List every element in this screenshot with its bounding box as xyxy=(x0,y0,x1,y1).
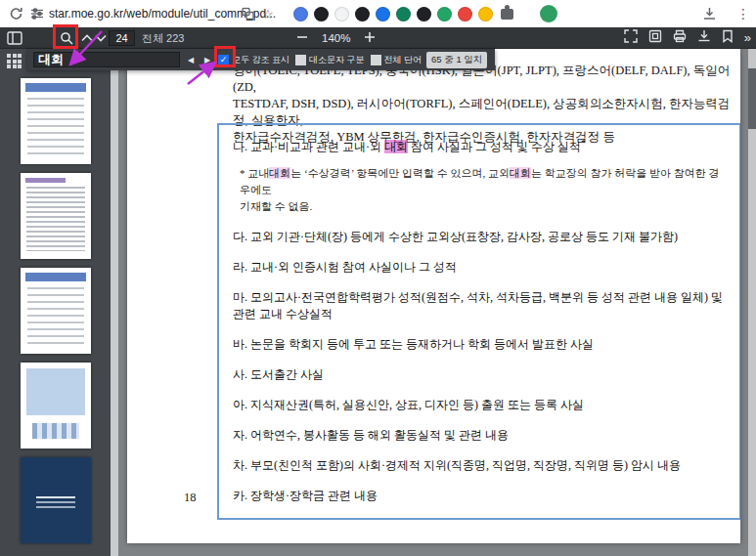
downloads-icon[interactable] xyxy=(702,7,717,21)
page-thumbnail[interactable] xyxy=(21,78,91,164)
pdf-toolbar: 전체 223 140% » xyxy=(0,27,756,49)
text-segment: 카. 장학생·장학금 관련 내용 xyxy=(233,489,378,502)
note-line: * 교내대회는 ‘수상경력’ 항목에만 입력할 수 있으며, 교외대회는 학교장… xyxy=(240,165,730,215)
page-number-label: 18 xyxy=(184,491,197,505)
sidebar-toggle-icon[interactable] xyxy=(6,27,23,49)
text-segment: 마. 모의고사·전국연합학력평가 성적(원점수, 석차, 석차등급, 백분위 등… xyxy=(233,290,723,304)
thumbnail-view-icon[interactable] xyxy=(7,54,22,68)
extension-icon[interactable] xyxy=(478,7,493,21)
search-match: 대회 xyxy=(269,167,290,179)
reload-icon[interactable] xyxy=(9,7,23,21)
extension-icon[interactable] xyxy=(314,7,329,21)
browser-window: star.moe.go.kr/web/module/util_comm_pd..… xyxy=(0,0,756,556)
print-icon[interactable] xyxy=(673,29,687,47)
text-segment: 아. 지식재산권(특허, 실용신안, 상표, 디자인 등) 출원 또는 등록 사… xyxy=(233,398,584,411)
zoom-level[interactable]: 140% xyxy=(322,32,350,44)
annotation-arrow-to-checkbox xyxy=(184,57,227,90)
page-thumbnail[interactable] xyxy=(21,457,91,543)
list-item: 자. 어학연수, 봉사활동 등 해외 활동실적 및 관련 내용 xyxy=(233,427,730,444)
text-segment: 다. 교외 기관·단체(장) 등에게 수상한 교외상(표창장, 감사장, 공로상… xyxy=(233,230,678,243)
extension-icon[interactable] xyxy=(334,7,349,21)
extension-icon[interactable] xyxy=(293,7,308,21)
checkbox-label[interactable]: 전체 단어 xyxy=(384,54,422,66)
sidebar-scrollbar[interactable] xyxy=(111,49,118,556)
checkbox-unchecked-icon[interactable] xyxy=(371,55,381,65)
pdf-page: 영어(TOEIC, TOEFL, TEPS), 중국어(HSK), 일본어(JP… xyxy=(127,49,740,543)
text-segment: 사. 도서출간 사실 xyxy=(233,367,324,381)
list-item: 나. 교과·비교과 관련 교내·외 대회 참여 사실과 그 성적 및 수상 실적… xyxy=(233,135,730,155)
list-item: 차. 부모(친인척 포함)의 사회·경제적 지위(직종명, 직업명, 직장명, … xyxy=(233,457,730,474)
zoom-in-icon[interactable] xyxy=(364,29,376,47)
findbar-option[interactable]: 대소문자 구분 xyxy=(295,54,365,66)
download-icon[interactable] xyxy=(697,29,711,47)
checkbox-label[interactable]: 모두 강조 표시 xyxy=(232,54,289,66)
notice-box: 나. 교과·비교과 관련 교내·외 대회 참여 사실과 그 성적 및 수상 실적… xyxy=(217,123,740,520)
list-item: 바. 논문을 학회지 등에 투고 또는 등재하거나 학회 등에서 발표한 사실 xyxy=(233,336,730,353)
extension-row xyxy=(293,0,493,27)
list-item: 마. 모의고사·전국연합학력평가 성적(원점수, 석차, 석차등급, 백분위 등… xyxy=(233,289,730,322)
search-match: 대회 xyxy=(510,167,531,179)
text-segment: 기재할 수 없음. xyxy=(240,200,312,212)
presentation-mode-icon[interactable] xyxy=(624,29,638,47)
thumbnail-sidebar xyxy=(0,49,118,556)
text-segment: 관련 교내 수상실적 xyxy=(233,307,333,321)
extension-icon[interactable] xyxy=(396,7,411,21)
page-total-label: 전체 223 xyxy=(142,27,184,49)
tune-icon[interactable] xyxy=(30,7,44,21)
findbar-options: ✓모두 강조 표시대소문자 구분전체 단어 xyxy=(218,54,422,66)
bookmark-star-icon[interactable]: ☆ xyxy=(262,7,274,21)
extension-icon[interactable] xyxy=(458,7,472,21)
text-segment: * 교내 xyxy=(240,167,269,179)
main-scrollbar-thumb[interactable] xyxy=(748,68,756,129)
find-result-count: 65 중 1 일치 xyxy=(426,52,487,68)
extension-icon[interactable] xyxy=(417,7,431,21)
extension-icon[interactable] xyxy=(376,7,390,21)
profile-avatar[interactable] xyxy=(540,5,557,22)
more-tools-icon[interactable]: » xyxy=(744,27,751,49)
list-item: 라. 교내·외 인증시험 참여 사실이나 그 성적 xyxy=(233,259,730,276)
checkbox-unchecked-icon[interactable] xyxy=(295,55,306,65)
text-segment: 차. 부모(친인척 포함)의 사회·경제적 지위(직종명, 직업명, 직장명, … xyxy=(233,458,681,472)
main-scrollbar[interactable] xyxy=(748,49,756,556)
page-thumbnail[interactable] xyxy=(21,268,91,354)
page-view-icon[interactable] xyxy=(648,29,662,47)
extension-icon[interactable] xyxy=(437,7,452,21)
list-item: 아. 지식재산권(특허, 실용신안, 상표, 디자인 등) 출원 또는 등록 사… xyxy=(233,397,730,413)
list-item: 다. 교외 기관·단체(장) 등에게 수상한 교외상(표창장, 감사장, 공로상… xyxy=(233,229,730,245)
extensions-puzzle-icon[interactable] xyxy=(501,9,513,20)
text-segment: 자. 어학연수, 봉사활동 등 해외 활동실적 및 관련 내용 xyxy=(233,428,509,442)
text-segment: * xyxy=(581,138,586,148)
text-segment: 참여 사실과 그 성적 및 수상 실적 xyxy=(408,140,581,153)
text-segment: 라. 교내·외 인증시험 참여 사실이나 그 성적 xyxy=(233,260,457,274)
text-segment: 나. 교과·비교과 관련 교내·외 xyxy=(233,140,384,153)
zoom-out-icon[interactable] xyxy=(296,29,308,47)
browser-toolbar: star.moe.go.kr/web/module/util_comm_pd..… xyxy=(0,0,756,27)
thumbnail-list xyxy=(0,78,111,552)
search-match-selected: 대회 xyxy=(384,140,408,153)
bookmark-icon[interactable] xyxy=(722,29,734,47)
checkbox-label[interactable]: 대소문자 구분 xyxy=(309,54,365,66)
list-item: 사. 도서출간 사실 xyxy=(233,366,730,383)
page-thumbnail[interactable] xyxy=(21,173,91,259)
page-number-input[interactable] xyxy=(109,30,135,46)
text-segment: 바. 논문을 학회지 등에 투고 또는 등재하거나 학회 등에서 발표한 사실 xyxy=(233,337,594,351)
annotation-arrow-to-input xyxy=(61,27,106,70)
list-item: 카. 장학생·장학금 관련 내용 xyxy=(233,488,730,504)
findbar-option[interactable]: 전체 단어 xyxy=(371,54,422,66)
find-input[interactable] xyxy=(33,52,180,67)
browser-menu-icon[interactable]: ⋮ xyxy=(736,6,750,21)
text-segment: 는 ‘수상경력’ 항목에만 입력할 수 있으며, 교외 xyxy=(290,167,510,179)
page-thumbnail[interactable] xyxy=(21,363,91,449)
translate-icon[interactable] xyxy=(242,8,254,21)
extension-icon[interactable] xyxy=(355,7,370,21)
